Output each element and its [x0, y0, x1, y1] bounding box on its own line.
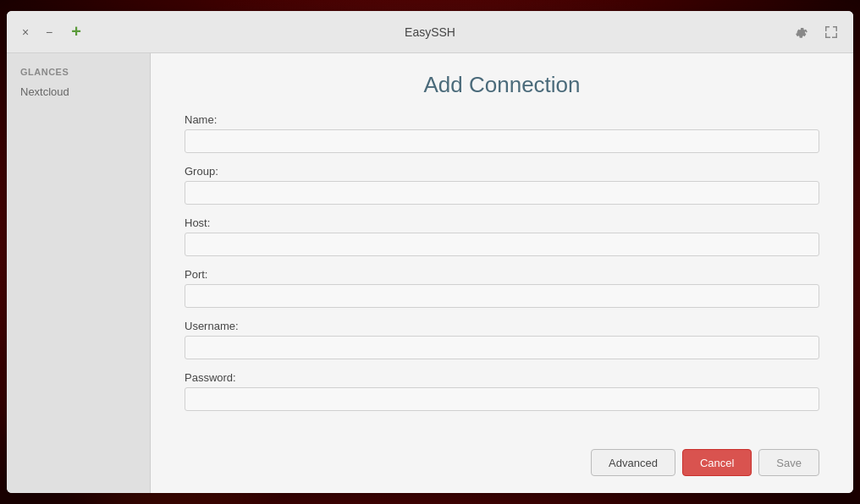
save-button[interactable]: Save [758, 449, 819, 476]
group-label: Group: [185, 165, 819, 178]
titlebar-right [789, 20, 843, 44]
name-input[interactable] [185, 129, 819, 153]
form-content: Name: Group: Host: Port: [151, 113, 853, 436]
minimize-button[interactable]: − [41, 24, 58, 41]
expand-icon [824, 25, 838, 39]
form-panel: Add Connection Name: Group: Host: [151, 53, 853, 493]
group-group: Group: [185, 165, 819, 205]
port-label: Port: [185, 268, 819, 281]
host-group: Host: [185, 216, 819, 256]
sidebar-item-nextcloud[interactable]: Nextcloud [7, 80, 150, 103]
username-input[interactable] [185, 336, 819, 359]
form-title: Add Connection [151, 53, 853, 113]
fullscreen-button[interactable] [819, 20, 843, 44]
app-window: × − + EasySSH GLANCES Nextcloud [7, 11, 853, 493]
sidebar-group-label: GLANCES [7, 62, 150, 80]
titlebar-left: × − + [17, 20, 88, 44]
gear-icon [793, 25, 808, 40]
name-label: Name: [185, 113, 819, 126]
host-input[interactable] [185, 233, 819, 256]
titlebar-title: EasySSH [405, 25, 455, 39]
password-label: Password: [185, 371, 819, 384]
advanced-button[interactable]: Advanced [591, 449, 675, 476]
cancel-button[interactable]: Cancel [682, 449, 752, 476]
password-group: Password: [185, 371, 819, 411]
port-group: Port: [185, 268, 819, 308]
username-label: Username: [185, 320, 819, 332]
name-group: Name: [185, 113, 819, 153]
username-group: Username: [185, 320, 819, 359]
sidebar: GLANCES Nextcloud [7, 53, 151, 493]
form-footer: Advanced Cancel Save [151, 436, 853, 493]
group-input[interactable] [185, 181, 819, 205]
titlebar: × − + EasySSH [7, 11, 853, 53]
host-label: Host: [185, 216, 819, 229]
close-button[interactable]: × [17, 24, 34, 41]
add-connection-button[interactable]: + [64, 20, 88, 44]
main-area: GLANCES Nextcloud Add Connection Name: G… [7, 53, 853, 493]
port-input[interactable] [185, 284, 819, 308]
settings-button[interactable] [789, 20, 813, 44]
password-input[interactable] [185, 387, 819, 411]
